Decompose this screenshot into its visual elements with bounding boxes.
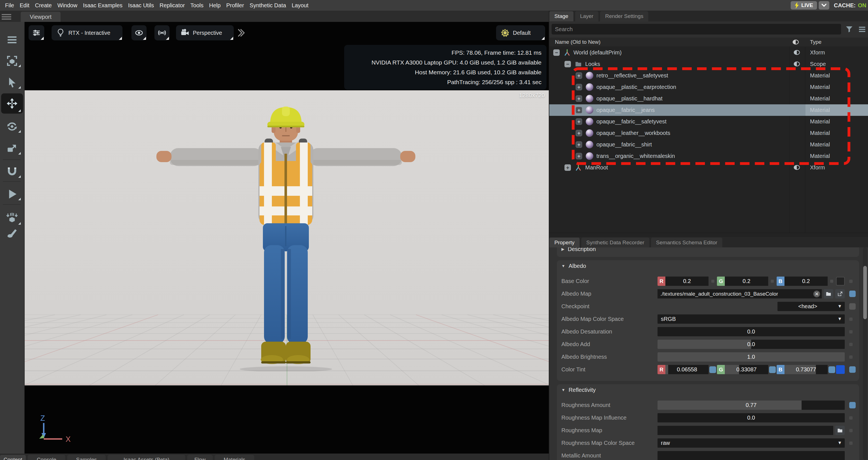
- visibility-button[interactable]: [131, 25, 147, 40]
- expand-icon[interactable]: +: [576, 107, 582, 113]
- tree-row-retro-reflective-safetyvest[interactable]: +retro__reflective__safetyvestMaterial: [549, 70, 868, 81]
- browse-folder-button[interactable]: [835, 426, 845, 435]
- section-header-description[interactable]: ▶Description: [557, 248, 859, 255]
- bottom-tab-samples[interactable]: Samples: [67, 455, 106, 460]
- tool-scale[interactable]: [0, 141, 24, 156]
- bottom-tab-isaac-assets-beta[interactable]: Isaac Assets (Beta): [107, 455, 185, 460]
- default-indicator[interactable]: [849, 355, 852, 359]
- menu-item-synthetic-data[interactable]: Synthetic Data: [247, 0, 289, 11]
- live-dropdown-button[interactable]: [819, 1, 829, 9]
- tree-row-manroot[interactable]: +ManRootXform: [549, 162, 868, 173]
- tree-row-opaque-fabric-shirt[interactable]: +opaque__fabric__shirtMaterial: [549, 139, 868, 150]
- filter-funnel-icon[interactable]: [845, 25, 854, 33]
- tree-row-opaque-plastic-earprotection[interactable]: +opaque__plastic__earprotectionMaterial: [549, 81, 868, 93]
- default-indicator[interactable]: [849, 343, 852, 346]
- expand-icon[interactable]: +: [576, 118, 582, 125]
- dropdown-roughness-map-color-space[interactable]: raw▼: [657, 438, 845, 448]
- slider-metallic-amount[interactable]: [657, 451, 845, 460]
- menu-item-layout[interactable]: Layout: [289, 0, 311, 11]
- drag-handle[interactable]: [768, 366, 777, 373]
- tool-paint-brush[interactable]: [0, 226, 24, 240]
- expand-icon[interactable]: +: [564, 164, 571, 171]
- slider-roughness-map-influence[interactable]: 0.0: [657, 413, 845, 423]
- column-name-header[interactable]: Name (Old to New): [555, 39, 600, 45]
- tree-row-world-defaultprim[interactable]: −World (defaultPrim)Xform: [549, 47, 868, 58]
- visibility-eye-icon[interactable]: [793, 49, 801, 57]
- visibility-eye-icon[interactable]: [793, 61, 801, 68]
- tool-dock-menu[interactable]: [0, 32, 24, 47]
- file-path-field[interactable]: ./textures/male_adult_construction_03_Ba…: [657, 289, 822, 298]
- tree-row-opaque-fabric-safetyvest[interactable]: +opaque__fabric__safetyvestMaterial: [549, 116, 868, 127]
- expand-icon[interactable]: +: [576, 130, 582, 136]
- tool-play[interactable]: [0, 187, 24, 201]
- expand-icon[interactable]: +: [576, 153, 582, 159]
- dropdown-checkpoint[interactable]: <head>▼: [777, 302, 845, 311]
- menu-item-isaac-examples[interactable]: Isaac Examples: [80, 0, 125, 11]
- bottom-tab-materials[interactable]: Materials: [215, 455, 254, 460]
- default-indicator[interactable]: [849, 280, 852, 283]
- live-sync-button[interactable]: LIVE: [790, 1, 817, 9]
- menu-item-help[interactable]: Help: [206, 0, 223, 11]
- default-indicator[interactable]: [849, 330, 852, 334]
- tool-physics-drop[interactable]: [0, 211, 24, 226]
- tab-viewport[interactable]: Viewport: [21, 12, 61, 22]
- search-input[interactable]: Search: [552, 24, 841, 34]
- menu-item-window[interactable]: Window: [55, 0, 80, 11]
- menu-item-edit[interactable]: Edit: [17, 0, 32, 11]
- property-scrollbar[interactable]: [863, 248, 867, 460]
- tab-stage[interactable]: Stage: [549, 11, 574, 21]
- tree-row-opaque-leather-workboots[interactable]: +opaque__leather__workbootsMaterial: [549, 127, 868, 139]
- tool-selection-box[interactable]: [0, 54, 24, 68]
- expand-icon[interactable]: +: [576, 84, 582, 90]
- drag-handle[interactable]: [828, 366, 836, 373]
- menu-item-isaac-utils[interactable]: Isaac Utils: [125, 0, 157, 11]
- tree-row-opaque-plastic-hardhat[interactable]: +opaque__plastic__hardhatMaterial: [549, 93, 868, 104]
- default-indicator[interactable]: [849, 441, 852, 445]
- default-indicator[interactable]: [849, 416, 852, 420]
- menu-item-tools[interactable]: Tools: [187, 0, 206, 11]
- tab-synthetic-data-recorder[interactable]: Synthetic Data Recorder: [581, 237, 649, 248]
- renderer-button[interactable]: RTX - Interactive: [52, 25, 122, 40]
- modified-indicator[interactable]: [849, 291, 856, 297]
- tool-snap-magnet[interactable]: [0, 164, 24, 179]
- channel-value-field[interactable]: 0.06558: [665, 365, 709, 374]
- stage-column-header[interactable]: Name (Old to New) Type: [549, 37, 868, 47]
- color-swatch[interactable]: [836, 277, 845, 286]
- waypoint-button[interactable]: [154, 25, 169, 40]
- scrollbar-thumb[interactable]: [863, 266, 867, 319]
- viewport-settings-button[interactable]: [29, 25, 44, 40]
- browse-folder-button[interactable]: [824, 289, 833, 298]
- modified-indicator[interactable]: [849, 366, 856, 373]
- viewport-canvas[interactable]: 1280x720 FPS: 78.06, Frame time: 12.81 m…: [25, 22, 549, 454]
- tool-rotate[interactable]: [0, 119, 24, 134]
- channel-value-field[interactable]: 0.73077: [784, 365, 828, 374]
- expand-icon[interactable]: +: [576, 95, 582, 102]
- file-path-field[interactable]: [657, 426, 833, 435]
- expand-icon[interactable]: +: [576, 141, 582, 148]
- drag-handle[interactable]: [709, 366, 717, 373]
- tool-move-active[interactable]: [1, 93, 23, 114]
- slider-albedo-add[interactable]: 0.0: [657, 340, 845, 349]
- channel-value-field[interactable]: 0.2: [784, 277, 828, 286]
- toolbar-overflow-chevrons[interactable]: [236, 28, 245, 39]
- tree-row-opaque-fabric-jeans[interactable]: +opaque__fabric__jeansMaterial: [549, 104, 868, 116]
- dropdown-albedo-map-color-space[interactable]: sRGB▼: [657, 314, 845, 324]
- bottom-tab-content[interactable]: Content: [0, 455, 26, 460]
- column-visibility-header[interactable]: [792, 39, 799, 46]
- section-header-reflectivity[interactable]: ▼Reflectivity: [557, 384, 859, 396]
- default-indicator[interactable]: [849, 317, 852, 321]
- camera-button[interactable]: Perspective: [176, 25, 234, 40]
- tree-row-trans-organic-whitemaleskin[interactable]: +trans__organic__whitemaleskinMaterial: [549, 150, 868, 162]
- channel-value-field[interactable]: 0.33087: [725, 365, 768, 374]
- channel-value-field[interactable]: 0.2: [725, 277, 768, 286]
- tab-property[interactable]: Property: [549, 237, 580, 248]
- tool-select-cursor[interactable]: [0, 75, 24, 90]
- tab-layer[interactable]: Layer: [575, 11, 599, 21]
- expand-icon[interactable]: +: [576, 73, 582, 79]
- modified-indicator[interactable]: [849, 402, 856, 408]
- color-swatch[interactable]: [836, 365, 845, 374]
- menu-item-create[interactable]: Create: [32, 0, 55, 11]
- slider-albedo-desaturation[interactable]: 0.0: [657, 327, 845, 336]
- tree-row-looks[interactable]: −LooksScope: [549, 58, 868, 70]
- collapse-icon[interactable]: −: [564, 61, 571, 67]
